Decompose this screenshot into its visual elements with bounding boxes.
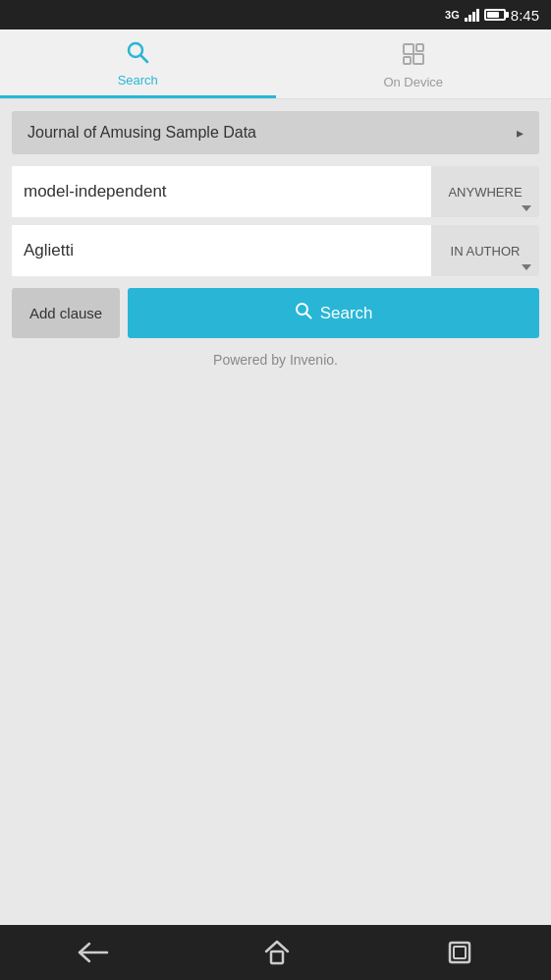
add-clause-label: Add clause — [29, 305, 102, 321]
status-bar-right: 3G 8:45 — [445, 7, 539, 24]
svg-rect-2 — [404, 44, 413, 54]
clause-input-2[interactable] — [12, 225, 431, 276]
clause-row-1: ANYWHERE — [12, 166, 539, 217]
bottom-nav — [0, 925, 551, 980]
search-button[interactable]: Search — [128, 288, 539, 338]
svg-rect-9 — [271, 951, 283, 963]
on-device-tab-icon — [401, 41, 426, 73]
clause-scope-1[interactable]: ANYWHERE — [431, 166, 539, 217]
powered-by-text: Powered by Invenio. — [213, 352, 338, 368]
recents-icon — [446, 939, 473, 966]
search-button-icon — [295, 302, 312, 324]
tab-on-device[interactable]: On Device — [276, 29, 552, 98]
recents-nav-button[interactable] — [426, 929, 493, 976]
tab-bar: Search On Device — [0, 29, 551, 99]
status-bar: 3G 8:45 — [0, 0, 551, 29]
tab-search[interactable]: Search — [0, 29, 276, 98]
back-icon — [78, 942, 109, 963]
action-row: Add clause Search — [12, 288, 539, 338]
clause-input-1[interactable] — [12, 166, 431, 217]
journal-label: Journal of Amusing Sample Data — [28, 124, 256, 142]
svg-line-1 — [141, 56, 148, 63]
signal-icon — [465, 8, 479, 22]
search-tab-icon — [125, 39, 150, 71]
battery-icon — [484, 9, 506, 21]
clause-row-2: IN AUTHOR — [12, 225, 539, 276]
home-nav-button[interactable] — [244, 929, 310, 976]
dropdown-arrow-icon: ▸ — [517, 125, 523, 141]
svg-rect-3 — [416, 44, 423, 51]
svg-rect-5 — [413, 54, 423, 64]
time-label: 8:45 — [511, 7, 539, 24]
clause-scope-2[interactable]: IN AUTHOR — [431, 225, 539, 276]
home-icon — [263, 939, 291, 966]
main-content: Journal of Amusing Sample Data ▸ ANYWHER… — [0, 99, 551, 925]
svg-rect-11 — [454, 947, 466, 958]
clause-scope-label-2: IN AUTHOR — [451, 244, 521, 259]
clause-scope-label-1: ANYWHERE — [448, 185, 522, 200]
search-button-label: Search — [320, 304, 373, 323]
tab-on-device-label: On Device — [383, 75, 443, 89]
network-label: 3G — [445, 9, 460, 21]
back-nav-button[interactable] — [58, 932, 129, 973]
add-clause-button[interactable]: Add clause — [12, 288, 120, 338]
journal-selector[interactable]: Journal of Amusing Sample Data ▸ — [12, 111, 539, 154]
tab-search-label: Search — [118, 73, 158, 87]
svg-line-7 — [305, 314, 310, 318]
powered-by: Powered by Invenio. — [12, 352, 539, 368]
svg-rect-4 — [404, 57, 411, 64]
